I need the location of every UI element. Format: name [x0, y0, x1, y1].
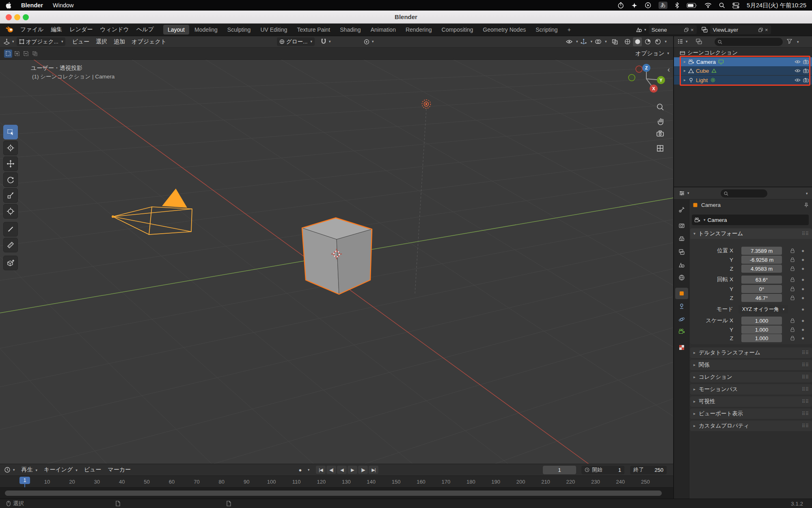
auto-keyframe-record-button[interactable]: ●: [295, 466, 305, 474]
transform-orientation-dropdown[interactable]: グロー... ▾: [277, 37, 315, 46]
hide-in-viewport-icon[interactable]: [795, 69, 801, 73]
menu-window[interactable]: Window: [53, 2, 74, 9]
properties-options-dropdown[interactable]: ▾: [806, 192, 808, 195]
maximize-window-button[interactable]: [23, 14, 29, 20]
wifi-icon[interactable]: [704, 2, 712, 8]
select-box-tool[interactable]: [3, 125, 18, 139]
timeline-editor-type-button[interactable]: ▾: [4, 467, 15, 473]
rotation-y-field[interactable]: 0°: [741, 285, 782, 293]
menubar-clock[interactable]: 5月24日(火) 午前10:25: [747, 2, 806, 9]
section-visibility[interactable]: ▸可視性⠿⠿: [690, 396, 812, 407]
expand-arrow-icon[interactable]: ▸: [684, 69, 686, 73]
section-viewport-display[interactable]: ▸ビューポート表示⠿⠿: [690, 408, 812, 419]
shading-solid-icon[interactable]: [633, 37, 642, 46]
panel-drag-grip[interactable]: ⠿⠿: [801, 231, 809, 237]
menu-app-blender[interactable]: Blender: [21, 2, 43, 9]
measure-tool[interactable]: [3, 238, 18, 252]
menu-select[interactable]: 選択: [93, 37, 110, 47]
section-relations[interactable]: ▸関係⠿⠿: [690, 360, 812, 370]
toggle-xray-icon[interactable]: [610, 37, 619, 46]
animate-dot[interactable]: ●: [801, 295, 804, 301]
select-mode-new-icon[interactable]: [4, 50, 12, 58]
section-collections[interactable]: ▸コレクション⠿⠿: [690, 372, 812, 382]
add-workspace-button[interactable]: +: [563, 25, 575, 35]
tab-tool-icon[interactable]: [675, 204, 688, 215]
menu-keying[interactable]: キーイング ▾: [41, 465, 81, 475]
object-visibility-icon[interactable]: [565, 37, 574, 46]
menu-object[interactable]: オブジェクト: [128, 37, 170, 47]
hide-in-viewport-icon[interactable]: [795, 78, 801, 82]
minimize-window-button[interactable]: [14, 14, 20, 20]
outliner-item-camera[interactable]: ▸ Camera: [674, 57, 812, 66]
prev-keyframe-button[interactable]: ◀|: [326, 466, 336, 474]
outliner-item-cube[interactable]: ▸ Cube: [674, 66, 812, 75]
pin-icon[interactable]: [804, 202, 809, 208]
outliner-item-light[interactable]: ▸ Light: [674, 76, 812, 85]
tab-object-icon[interactable]: [675, 288, 688, 299]
tab-layout[interactable]: Layout: [163, 25, 189, 35]
cube-object[interactable]: [302, 218, 372, 294]
disable-in-render-icon[interactable]: [803, 68, 809, 73]
tab-compositing[interactable]: Compositing: [437, 25, 478, 35]
status-play-icon[interactable]: [645, 2, 651, 9]
panel-drag-grip[interactable]: ⠿⠿: [801, 386, 809, 392]
tab-render-icon[interactable]: [675, 220, 688, 231]
menu-edit[interactable]: 編集: [47, 25, 66, 35]
annotate-tool[interactable]: [3, 222, 18, 237]
current-frame-field[interactable]: 1: [543, 466, 576, 474]
panel-drag-grip[interactable]: ⠿⠿: [801, 411, 809, 417]
transform-tool[interactable]: [3, 204, 18, 219]
show-gizmo-icon[interactable]: [579, 37, 588, 46]
zoom-tool-icon[interactable]: [657, 104, 663, 110]
tab-constraints-icon[interactable]: [675, 301, 688, 312]
menu-marker[interactable]: マーカー: [104, 465, 134, 475]
properties-editor-type-button[interactable]: ▾: [679, 190, 689, 196]
menu-add[interactable]: 追加: [110, 37, 128, 47]
frame-start-field[interactable]: 開始 1: [581, 466, 624, 474]
menu-file[interactable]: ファイル: [17, 25, 47, 35]
spotlight-icon[interactable]: [719, 2, 725, 9]
panel-drag-grip[interactable]: ⠿⠿: [801, 423, 809, 429]
select-mode-intersect-icon[interactable]: [31, 50, 39, 58]
select-mode-subtract-icon[interactable]: [22, 50, 30, 58]
menu-view-timeline[interactable]: ビュー: [81, 465, 105, 475]
playhead[interactable]: 1: [19, 477, 30, 484]
location-x-field[interactable]: 7.3589 m: [741, 247, 782, 255]
apple-icon[interactable]: [6, 2, 11, 9]
play-button[interactable]: ▶: [348, 466, 357, 474]
ortho-grid-icon[interactable]: [657, 145, 663, 151]
lock-icon[interactable]: [790, 336, 795, 341]
hide-in-viewport-icon[interactable]: [795, 60, 801, 64]
animate-dot[interactable]: ●: [801, 286, 804, 292]
add-cube-tool[interactable]: [3, 256, 18, 270]
jump-to-end-button[interactable]: ▶|: [369, 466, 378, 474]
cursor-tool[interactable]: [3, 141, 18, 155]
outliner-item-scene-collection[interactable]: シーンコレクション: [674, 48, 812, 57]
snap-magnet-toggle[interactable]: ▾: [321, 39, 331, 45]
section-delta-transform[interactable]: ▸デルタトランスフォーム⠿⠿: [690, 347, 812, 358]
panel-drag-grip[interactable]: ⠿⠿: [801, 362, 809, 368]
mode-dropdown[interactable]: オブジェク... ▾: [17, 37, 66, 46]
rotation-mode-dropdown[interactable]: XYZ オイラー角▾: [739, 305, 788, 313]
animate-dot[interactable]: ●: [801, 248, 804, 254]
panel-drag-grip[interactable]: ⠿⠿: [801, 374, 809, 380]
tool-options-dropdown[interactable]: オプション▾: [635, 50, 669, 57]
lock-icon[interactable]: [790, 248, 795, 253]
lock-icon[interactable]: [790, 277, 795, 282]
properties-search-input[interactable]: [721, 189, 767, 198]
camera-view-icon[interactable]: [657, 131, 663, 136]
object-name-field[interactable]: ▾ Camera: [692, 215, 809, 225]
tab-output-icon[interactable]: [675, 233, 688, 245]
breadcrumb-object-name[interactable]: Camera: [701, 202, 721, 208]
tab-uv-editing[interactable]: UV Editing: [256, 25, 292, 35]
filter-dropdown[interactable]: ▾: [797, 40, 799, 44]
browse-scene-button[interactable]: ▾: [636, 27, 646, 33]
scale-tool[interactable]: [3, 188, 18, 203]
light-object[interactable]: [422, 100, 431, 109]
scene-name-field[interactable]: Scene ×: [649, 25, 697, 34]
expand-arrow-icon[interactable]: ▸: [684, 78, 686, 82]
bluetooth-icon[interactable]: [675, 2, 679, 9]
gizmo-dropdown[interactable]: ▾: [590, 40, 592, 43]
visibility-dropdown[interactable]: ▾: [576, 40, 578, 43]
animate-dot[interactable]: ●: [801, 335, 804, 341]
